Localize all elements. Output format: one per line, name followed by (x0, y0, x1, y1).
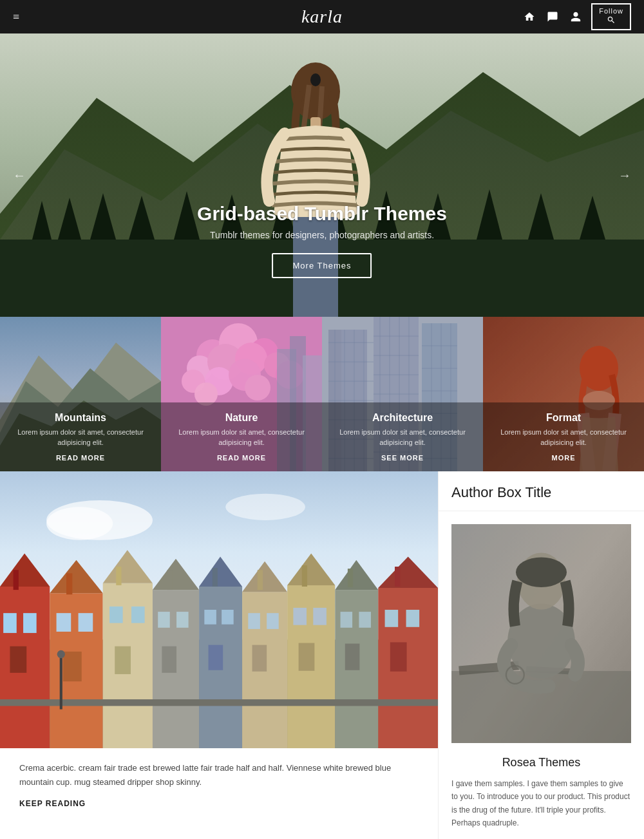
mountains-link[interactable]: READ MORE (10, 454, 151, 462)
nature-overlay: Nature Lorem ipsum dolor sit amet, conse… (161, 402, 322, 471)
hero-prev-arrow[interactable]: ← (13, 168, 26, 183)
mountains-category: Mountains (10, 412, 151, 424)
svg-rect-110 (222, 610, 234, 625)
follow-button[interactable]: Follow (591, 3, 631, 30)
mountains-overlay: Mountains Lorem ipsum dolor sit amet, co… (0, 402, 161, 471)
bottom-section: Crema acerbic. cream fair trade est brew… (0, 471, 644, 839)
svg-rect-106 (162, 646, 176, 673)
svg-point-41 (245, 375, 270, 401)
svg-rect-141 (348, 569, 353, 587)
main-post-text: Crema acerbic. cream fair trade est brew… (0, 748, 438, 821)
svg-point-18 (310, 73, 321, 86)
svg-rect-133 (0, 699, 438, 706)
home-icon[interactable] (522, 9, 537, 24)
format-category: Format (493, 412, 634, 424)
search-icon (599, 15, 623, 26)
sidebar: Author Box Title (438, 471, 644, 839)
svg-rect-121 (299, 643, 315, 671)
format-link[interactable]: MORE (493, 454, 634, 462)
keep-reading-link[interactable]: KEEP READING (19, 799, 419, 808)
architecture-desc: Lorem ipsum dolor sit amet, consectetur … (332, 428, 473, 448)
chat-icon[interactable] (545, 9, 560, 24)
user-icon[interactable] (568, 9, 583, 24)
menu-icon[interactable]: ≡ (13, 10, 19, 24)
more-themes-button[interactable]: More Themes (272, 253, 372, 278)
svg-rect-153 (451, 524, 631, 743)
format-desc: Lorem ipsum dolor sit amet, consectetur … (493, 428, 634, 448)
svg-rect-137 (167, 570, 173, 590)
svg-rect-134 (14, 570, 19, 590)
architecture-link[interactable]: SEE MORE (332, 454, 473, 462)
hero-title: Grid-based Tumblr Themes (197, 203, 447, 225)
svg-rect-119 (293, 608, 307, 625)
svg-rect-105 (176, 612, 189, 628)
nature-category: Nature (171, 412, 312, 424)
svg-rect-120 (313, 608, 327, 625)
svg-rect-89 (3, 613, 17, 633)
svg-point-144 (57, 650, 65, 658)
author-name: Rosea Themes (451, 756, 631, 769)
header-right: Follow (522, 3, 631, 30)
author-image (451, 524, 631, 743)
svg-rect-124 (341, 612, 353, 628)
svg-rect-138 (213, 568, 218, 587)
svg-rect-111 (209, 645, 223, 670)
svg-rect-109 (204, 610, 216, 625)
hero-next-arrow[interactable]: → (618, 168, 631, 183)
site-logo[interactable]: karla (301, 6, 343, 27)
main-content-area: Crema acerbic. cream fair trade est brew… (0, 471, 438, 839)
architecture-category: Architecture (332, 412, 473, 424)
svg-rect-143 (60, 656, 62, 709)
grid-item-architecture[interactable]: Architecture Lorem ipsum dolor sit amet,… (322, 317, 483, 471)
header: ≡ karla Follow (0, 0, 644, 33)
svg-rect-125 (359, 612, 371, 628)
mountains-desc: Lorem ipsum dolor sit amet, consectetur … (10, 428, 151, 448)
svg-rect-130 (406, 610, 420, 627)
svg-rect-99 (109, 607, 123, 623)
svg-rect-142 (395, 567, 400, 587)
architecture-overlay: Architecture Lorem ipsum dolor sit amet,… (322, 402, 483, 471)
svg-rect-100 (131, 607, 145, 623)
svg-point-85 (46, 507, 113, 540)
main-post-image (0, 471, 438, 748)
svg-rect-104 (158, 612, 170, 628)
svg-rect-94 (57, 613, 71, 632)
svg-rect-140 (302, 565, 307, 587)
hero-content: Grid-based Tumblr Themes Tumblr themes f… (197, 203, 447, 278)
author-description: I gave them samples. I gave them samples… (439, 777, 644, 830)
author-box-title: Author Box Title (439, 471, 644, 511)
svg-rect-96 (63, 652, 82, 681)
follow-label: Follow (599, 7, 623, 15)
svg-rect-126 (345, 644, 360, 670)
svg-point-86 (225, 494, 305, 520)
svg-rect-135 (66, 573, 72, 594)
format-overlay: Format Lorem ipsum dolor sit amet, conse… (483, 402, 644, 471)
svg-rect-131 (390, 642, 407, 671)
nature-desc: Lorem ipsum dolor sit amet, consectetur … (171, 428, 312, 448)
svg-rect-115 (267, 613, 279, 629)
svg-rect-139 (258, 570, 263, 590)
hero-subtitle: Tumblr themes for designers, photographe… (197, 230, 447, 240)
nature-link[interactable]: READ MORE (171, 454, 312, 462)
svg-rect-90 (23, 613, 37, 633)
grid-item-format[interactable]: Format Lorem ipsum dolor sit amet, conse… (483, 317, 644, 471)
grid-item-mountains[interactable]: Mountains Lorem ipsum dolor sit amet, co… (0, 317, 161, 471)
svg-rect-91 (10, 646, 26, 673)
category-grid: Mountains Lorem ipsum dolor sit amet, co… (0, 317, 644, 471)
svg-rect-95 (79, 613, 93, 632)
main-post-excerpt: Crema acerbic. cream fair trade est brew… (19, 761, 419, 789)
svg-rect-116 (252, 645, 267, 672)
hero-section: Grid-based Tumblr Themes Tumblr themes f… (0, 33, 644, 317)
grid-item-nature[interactable]: Nature Lorem ipsum dolor sit amet, conse… (161, 317, 322, 471)
svg-rect-136 (116, 567, 121, 585)
svg-rect-101 (115, 646, 131, 674)
svg-rect-114 (248, 613, 260, 629)
svg-rect-129 (385, 610, 399, 627)
